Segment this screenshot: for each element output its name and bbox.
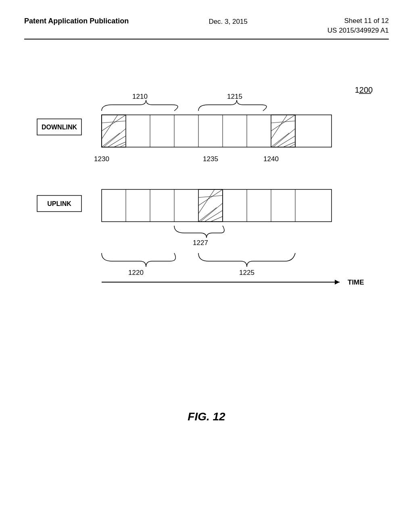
svg-line-26 bbox=[198, 189, 215, 214]
label-1227: 1227 bbox=[193, 239, 208, 247]
brace-1227 bbox=[174, 226, 224, 238]
downlink-cell-hatch-left bbox=[102, 115, 126, 147]
svg-line-1 bbox=[102, 115, 118, 139]
svg-line-32 bbox=[211, 216, 223, 222]
svg-line-2 bbox=[102, 115, 126, 131]
label-1240: 1240 bbox=[263, 155, 279, 163]
svg-line-27 bbox=[198, 189, 223, 206]
downlink-label: DOWNLINK bbox=[42, 124, 77, 131]
svg-line-7 bbox=[114, 142, 126, 147]
downlink-cell-hatch-right bbox=[271, 115, 295, 147]
brace-1215 bbox=[198, 100, 267, 111]
page-header: Patent Application Publication Dec. 3, 2… bbox=[24, 16, 389, 39]
uplink-label: UPLINK bbox=[47, 200, 71, 207]
time-label: TIME bbox=[348, 278, 364, 286]
time-arrow bbox=[335, 280, 340, 285]
label-1220: 1220 bbox=[128, 269, 144, 276]
uplink-rect bbox=[102, 189, 332, 222]
label-1230: 1230 bbox=[94, 155, 109, 163]
svg-line-21 bbox=[289, 144, 295, 147]
brace-1210 bbox=[102, 100, 178, 111]
downlink-rect bbox=[102, 115, 332, 147]
sheet-info: Sheet 11 of 12 US 2015/349929 A1 bbox=[327, 16, 389, 35]
svg-line-14 bbox=[271, 115, 287, 139]
brace-1220 bbox=[102, 253, 175, 267]
label-1235: 1235 bbox=[203, 155, 218, 163]
fig-12-diagram: 1200 DOWNLINK bbox=[33, 81, 380, 363]
brace-1225 bbox=[198, 253, 295, 267]
label-1200: 1200 bbox=[355, 85, 373, 94]
svg-line-15 bbox=[271, 115, 295, 131]
publication-date: Dec. 3, 2015 bbox=[209, 16, 247, 27]
svg-line-20 bbox=[283, 142, 295, 147]
figure-label: FIG. 12 bbox=[0, 410, 413, 423]
label-1215: 1215 bbox=[227, 93, 242, 100]
label-1210: 1210 bbox=[132, 93, 148, 100]
svg-line-8 bbox=[120, 144, 126, 147]
publication-title: Patent Application Publication bbox=[24, 16, 129, 26]
uplink-hatch-cell bbox=[198, 189, 223, 222]
page: Patent Application Publication Dec. 3, 2… bbox=[0, 0, 413, 532]
label-1225: 1225 bbox=[239, 269, 254, 276]
